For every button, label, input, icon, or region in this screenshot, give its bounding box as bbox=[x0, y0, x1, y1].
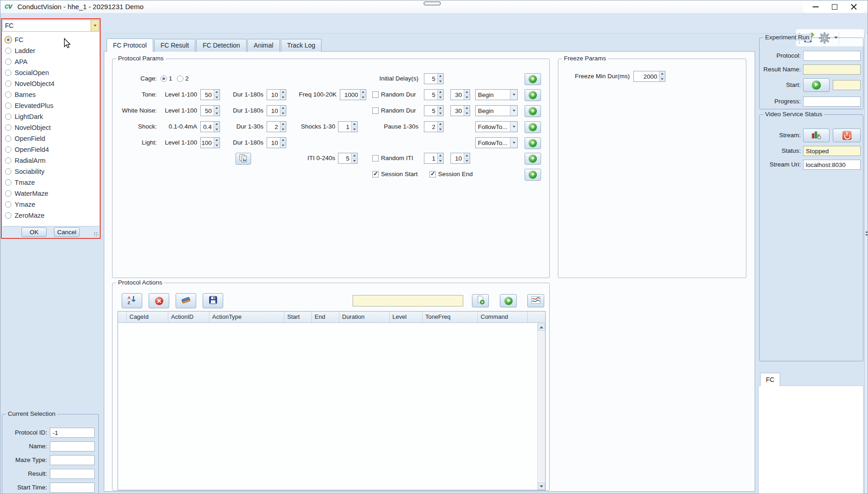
add-iti-button[interactable] bbox=[525, 153, 541, 165]
shocks-count-spinner-value[interactable] bbox=[338, 122, 351, 132]
freeze-min-dur-spinner[interactable] bbox=[633, 71, 665, 82]
stream-settings-button[interactable] bbox=[803, 129, 830, 142]
progress-input[interactable] bbox=[803, 97, 861, 107]
spin-down-button[interactable] bbox=[438, 111, 443, 116]
random-dur-2-checkbox[interactable] bbox=[372, 107, 379, 114]
spin-down-button[interactable] bbox=[659, 76, 665, 82]
random-dur-2-min-spinner-value[interactable] bbox=[424, 106, 437, 116]
maze-option-novelobject4[interactable]: NovelObject4 bbox=[2, 78, 99, 89]
random-dur-1-mode-dropdown[interactable]: Begin bbox=[475, 89, 518, 100]
spin-up-button[interactable] bbox=[464, 90, 470, 95]
new-action-button[interactable] bbox=[472, 294, 489, 307]
maze-option-radialarm[interactable]: RadialArm bbox=[2, 155, 99, 166]
spin-up-button[interactable] bbox=[214, 90, 220, 95]
light-mode-dropdown[interactable]: FollowTo... bbox=[475, 137, 518, 148]
close-button[interactable] bbox=[844, 1, 863, 13]
spin-up-button[interactable] bbox=[280, 122, 286, 127]
add-tone-button[interactable] bbox=[525, 89, 541, 101]
window-drag-handle[interactable] bbox=[423, 1, 441, 5]
random-iti-max-spinner[interactable] bbox=[450, 153, 470, 164]
shocks-count-spinner[interactable] bbox=[338, 121, 358, 132]
light-dur-spinner[interactable] bbox=[267, 137, 286, 148]
shock-mode-dropdown[interactable]: FollowTo... bbox=[475, 121, 518, 132]
add-initial-delay-button[interactable] bbox=[525, 73, 541, 85]
radio-icon[interactable] bbox=[5, 124, 11, 131]
cs-input-name-[interactable] bbox=[50, 441, 95, 451]
spin-down-button[interactable] bbox=[214, 111, 220, 116]
spin-up-button[interactable] bbox=[438, 106, 443, 111]
splitter-arrows[interactable] bbox=[865, 231, 868, 236]
spin-down-button[interactable] bbox=[280, 143, 286, 148]
sort-actions-button[interactable]: A Z bbox=[122, 293, 142, 308]
initial-delay-spinner-value[interactable] bbox=[424, 74, 437, 84]
delete-action-button[interactable] bbox=[149, 293, 169, 308]
tone-level-spinner-value[interactable] bbox=[201, 90, 214, 100]
maze-option-novelobject[interactable]: NovelObject bbox=[2, 122, 99, 133]
column-header-duration[interactable]: Duration bbox=[339, 311, 390, 322]
cage-1-radio[interactable] bbox=[161, 75, 167, 82]
maze-option-sociability[interactable]: Sociability bbox=[2, 166, 99, 177]
column-header-row-selector[interactable] bbox=[118, 311, 127, 322]
maze-option-openfield[interactable]: OpenField bbox=[2, 133, 99, 144]
start-experiment-button[interactable] bbox=[803, 78, 830, 92]
right-splitter-strip[interactable] bbox=[864, 33, 868, 494]
cs-input-result-[interactable] bbox=[50, 469, 95, 479]
save-actions-button[interactable] bbox=[203, 293, 223, 308]
spin-up-button[interactable] bbox=[464, 153, 470, 158]
radio-icon[interactable] bbox=[5, 179, 11, 186]
result-name-input[interactable] bbox=[803, 64, 861, 75]
dropdown-button[interactable] bbox=[510, 138, 517, 148]
shock-value-spinner-value[interactable] bbox=[201, 122, 214, 132]
scroll-down-button[interactable] bbox=[538, 483, 545, 490]
column-header-actiontype[interactable]: ActionType bbox=[209, 311, 284, 322]
random-dur-1-checkbox[interactable] bbox=[372, 91, 379, 98]
light-level-spinner[interactable] bbox=[200, 137, 220, 148]
column-header-level[interactable]: Level bbox=[390, 311, 423, 322]
maze-option-socialopen[interactable]: SocialOpen bbox=[2, 67, 99, 78]
maze-option-elevatedplus[interactable]: ElevatedPlus bbox=[2, 100, 99, 111]
preview-tab-fc[interactable]: FC bbox=[760, 373, 780, 386]
light-dur-spinner-value[interactable] bbox=[267, 138, 280, 148]
spin-down-button[interactable] bbox=[360, 95, 366, 100]
maze-option-ymaze[interactable]: Ymaze bbox=[2, 199, 99, 210]
maze-combobox[interactable]: FC bbox=[2, 20, 99, 32]
spin-down-button[interactable] bbox=[352, 127, 357, 132]
spin-up-button[interactable] bbox=[352, 122, 357, 127]
random-dur-1-min-spinner[interactable] bbox=[424, 89, 444, 100]
maze-option-zeromaze[interactable]: ZeroMaze bbox=[2, 210, 99, 221]
cage-2-radio[interactable] bbox=[177, 75, 183, 82]
column-header-start[interactable]: Start bbox=[284, 311, 312, 322]
radio-icon[interactable] bbox=[5, 201, 11, 208]
tab-fc-result[interactable]: FC Result bbox=[154, 39, 195, 52]
stream-uri-input[interactable] bbox=[803, 160, 861, 170]
light-level-spinner-value[interactable] bbox=[201, 138, 214, 148]
spin-up-button[interactable] bbox=[659, 71, 665, 76]
radio-icon[interactable] bbox=[5, 168, 11, 175]
radio-icon[interactable] bbox=[5, 59, 11, 65]
dropdown-button[interactable] bbox=[510, 122, 517, 132]
session-start-checkbox[interactable] bbox=[372, 171, 379, 177]
spin-down-button[interactable] bbox=[464, 111, 470, 116]
start-value-input[interactable] bbox=[833, 80, 861, 90]
spin-up-button[interactable] bbox=[280, 138, 286, 143]
spin-down-button[interactable] bbox=[438, 79, 443, 84]
pause-spinner-value[interactable] bbox=[424, 122, 437, 132]
random-dur-1-max-spinner-value[interactable] bbox=[451, 90, 464, 100]
maze-option-fc[interactable]: FC bbox=[2, 34, 99, 45]
spin-down-button[interactable] bbox=[464, 158, 470, 164]
tone-dur-spinner[interactable] bbox=[267, 89, 286, 100]
spin-down-button[interactable] bbox=[280, 111, 286, 116]
random-dur-2-max-spinner[interactable] bbox=[450, 105, 470, 116]
radio-icon[interactable] bbox=[5, 146, 11, 153]
session-end-checkbox[interactable] bbox=[429, 171, 436, 177]
spin-up-button[interactable] bbox=[352, 153, 357, 158]
add-white-noise-button[interactable] bbox=[525, 105, 541, 117]
spin-down-button[interactable] bbox=[464, 95, 470, 100]
random-iti-min-spinner-value[interactable] bbox=[424, 153, 437, 163]
spin-up-button[interactable] bbox=[280, 90, 286, 95]
tone-level-spinner[interactable] bbox=[200, 89, 220, 100]
iti-spinner-value[interactable] bbox=[338, 153, 351, 163]
add-session-button[interactable] bbox=[525, 169, 541, 181]
dropdown-button[interactable] bbox=[510, 106, 517, 116]
combo-dropdown-button[interactable] bbox=[91, 20, 99, 31]
